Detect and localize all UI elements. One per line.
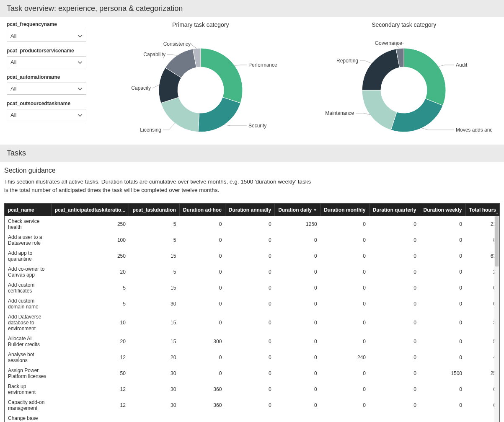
filter-dropdown-frequency[interactable]: All xyxy=(7,30,86,42)
table-row[interactable]: Add co-owner to Canvas app2050000002 xyxy=(5,264,499,280)
filter-dropdown-automation[interactable]: All xyxy=(7,83,86,95)
table-row[interactable]: Analyse bot sessions1220000240004 xyxy=(5,350,499,365)
table-row[interactable]: Assign Power Platform licenses5030000001… xyxy=(5,365,499,381)
table-header-cell[interactable]: Duration daily xyxy=(275,204,320,216)
table-row[interactable]: Add custom domain name5300000000 xyxy=(5,296,499,312)
table-row[interactable]: Add a user to a Dataverse role1005000000… xyxy=(5,232,499,248)
table-cell: 250 xyxy=(51,248,129,264)
donut-label: Capability xyxy=(143,52,165,57)
filter-productservice: pcat_productorservicename All xyxy=(7,48,86,68)
table-cell: 0 xyxy=(225,296,274,312)
table-cell: 0 xyxy=(369,365,420,381)
tasks-table-wrap: pcat_namepcat_anticipatedtaskiteratio...… xyxy=(4,203,500,422)
table-header-cell[interactable]: Duration quarterly xyxy=(369,204,420,216)
donut-label: Performance xyxy=(248,62,277,68)
filter-dropdown-outsourcedtask[interactable]: All xyxy=(7,109,86,121)
table-cell: 15 xyxy=(129,334,179,350)
donut-slice[interactable] xyxy=(362,49,400,90)
table-cell: 0 xyxy=(179,248,225,264)
table-cell: 20 xyxy=(51,334,129,350)
table-cell: 100 xyxy=(51,232,129,248)
donut-label: Moves adds and changes xyxy=(456,127,492,133)
filter-value: All xyxy=(10,112,16,118)
table-cell: 0 xyxy=(275,365,320,381)
table-cell: 360 xyxy=(179,381,225,397)
chart-title: Primary task category xyxy=(172,21,229,28)
table-cell: 0 xyxy=(275,248,320,264)
table-cell: 0 xyxy=(179,216,225,232)
tasks-table[interactable]: pcat_namepcat_anticipatedtaskiteratio...… xyxy=(5,204,499,422)
table-row[interactable]: Add custom certificates5150000000 xyxy=(5,280,499,296)
donut-label: Security xyxy=(248,123,266,129)
filter-automation: pcat_automationname All xyxy=(7,74,86,95)
table-cell: 0 xyxy=(225,413,274,422)
donut-secondary[interactable]: AuditMoves adds and changesMaintenanceRe… xyxy=(316,31,492,140)
table-cell: 1500 xyxy=(420,365,465,381)
table-cell: 0 xyxy=(275,334,320,350)
table-cell: 0 xyxy=(275,350,320,365)
table-cell: 0 xyxy=(179,232,225,248)
table-cell: 12 xyxy=(51,381,129,397)
table-cell: 0 xyxy=(275,232,320,248)
table-cell: 0 xyxy=(225,334,274,350)
donut-slice[interactable] xyxy=(391,98,443,132)
charts-panel: Primary task category PerformanceSecurit… xyxy=(95,21,497,140)
table-cell: 0 xyxy=(225,216,274,232)
table-row[interactable]: Check service health250500125000021 xyxy=(5,216,499,232)
donut-primary[interactable]: PerformanceSecurityLicensingCapacityCapa… xyxy=(113,31,289,140)
table-row[interactable]: Add app to quarantine2501500000063 xyxy=(5,248,499,264)
table-header-cell[interactable]: pcat_name xyxy=(5,204,51,216)
donut-slice[interactable] xyxy=(404,48,446,106)
page-title: Task overview: experience, persona & cat… xyxy=(0,0,504,17)
table-row[interactable]: Allocate AI Builder credits2015300000005 xyxy=(5,334,499,350)
table-cell: 12 xyxy=(51,350,129,365)
table-cell: 5 xyxy=(129,264,179,280)
scroll-up-icon[interactable]: ▴ xyxy=(494,210,499,215)
table-cell: 0 xyxy=(225,312,274,334)
table-cell: 0 xyxy=(320,280,369,296)
table-cell: 0 xyxy=(275,312,320,334)
table-row[interactable]: Back up environment1230360000006 xyxy=(5,381,499,397)
donut-label: Licensing xyxy=(140,127,161,133)
table-header-cell[interactable]: Duration monthly xyxy=(320,204,369,216)
table-cell: 50 xyxy=(51,365,129,381)
table-cell: 20 xyxy=(51,264,129,280)
table-cell: 0 xyxy=(179,350,225,365)
table-cell: 0 xyxy=(369,248,420,264)
table-cell: 0 xyxy=(320,397,369,413)
guidance-title: Section guidance xyxy=(0,162,504,176)
scroll-thumb[interactable] xyxy=(495,216,499,267)
table-header-cell[interactable]: pcat_taskduration xyxy=(129,204,179,216)
donut-label: Consistency xyxy=(163,41,190,47)
table-cell: 12 xyxy=(51,397,129,413)
table-cell: 0 xyxy=(369,350,420,365)
table-cell: Analyse bot sessions xyxy=(5,350,51,365)
table-cell: 5 xyxy=(129,232,179,248)
table-cell: 0 xyxy=(420,334,465,350)
filter-dropdown-productservice[interactable]: All xyxy=(7,56,86,68)
donut-slice[interactable] xyxy=(161,97,199,132)
table-cell: 0 xyxy=(275,397,320,413)
table-row[interactable]: Add Dataverse database to environment101… xyxy=(5,312,499,334)
table-cell: 10 xyxy=(51,312,129,334)
donut-slice[interactable] xyxy=(362,90,397,130)
table-cell: Change base URL of Power Pages xyxy=(5,413,51,422)
table-header-cell[interactable]: Duration ad-hoc xyxy=(179,204,225,216)
table-cell: 0 xyxy=(369,334,420,350)
scrollbar[interactable]: ▴ ▾ xyxy=(494,216,499,422)
table-header-cell[interactable]: Duration weekly xyxy=(420,204,465,216)
table-row[interactable]: Change base URL of Power Pages5300000000 xyxy=(5,413,499,422)
filter-label: pcat_frequencyname xyxy=(7,21,86,27)
table-row[interactable]: Capacity add-on management1230360000006 xyxy=(5,397,499,413)
table-cell: 0 xyxy=(420,248,465,264)
table-cell: 0 xyxy=(225,350,274,365)
donut-slice[interactable] xyxy=(201,48,243,103)
table-header-cell[interactable]: Duration annually xyxy=(225,204,274,216)
filter-label: pcat_productorservicename xyxy=(7,48,86,54)
table-header-cell[interactable]: pcat_anticipatedtaskiteratio... xyxy=(51,204,129,216)
table-cell: 0 xyxy=(275,413,320,422)
table-cell: 0 xyxy=(179,264,225,280)
table-cell: 5 xyxy=(129,216,179,232)
table-cell: 0 xyxy=(179,365,225,381)
donut-slice[interactable] xyxy=(198,97,240,132)
